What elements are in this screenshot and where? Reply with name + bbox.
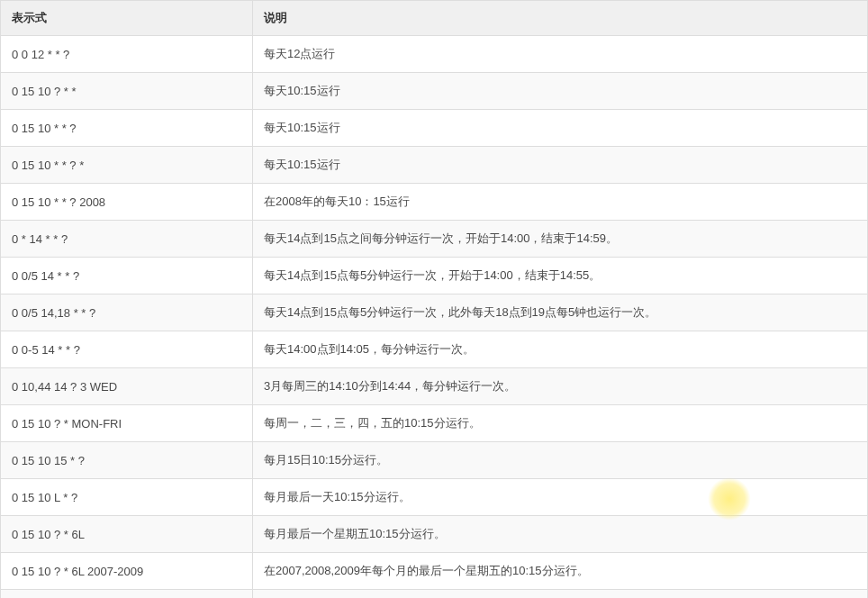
cell-description: 每月最后一天10:15分运行。 [253, 479, 868, 516]
cell-expression: 0 15 10 ? * * [1, 73, 253, 110]
cell-description: 每天14:00点到14:05，每分钟运行一次。 [253, 331, 868, 368]
table-row: 0 10,44 14 ? 3 WED3月每周三的14:10分到14:44，每分钟… [1, 368, 868, 405]
table-row: 0 15 10 15 * ?每月15日10:15分运行。 [1, 442, 868, 479]
cell-description: 在2007,2008,2009年每个月的最后一个星期五的10:15分运行。 [253, 553, 868, 590]
table-row: 0 15 10 ? * MON-FRI每周一，二，三，四，五的10:15分运行。 [1, 405, 868, 442]
table-row: 0 15 10 * * ? 2008在2008年的每天10：15运行 [1, 184, 868, 221]
cell-expression: 0 0-5 14 * * ? [1, 331, 253, 368]
table-row: 0 15 10 ? * 6L 2007-2009在2007,2008,2009年… [1, 553, 868, 590]
table-row: 0 15 10 ? * 6#3每月第三个星期五的10:15分运行。 [1, 590, 868, 599]
cell-expression: 0 * 14 * * ? [1, 221, 253, 258]
cell-expression: 0 10,44 14 ? 3 WED [1, 368, 253, 405]
table-row: 0 15 10 ? * *每天10:15运行 [1, 73, 868, 110]
cell-description: 每天10:15运行 [253, 73, 868, 110]
cell-description: 每月15日10:15分运行。 [253, 442, 868, 479]
cell-expression: 0 15 10 15 * ? [1, 442, 253, 479]
cell-description: 每周一，二，三，四，五的10:15分运行。 [253, 405, 868, 442]
table-row: 0 0 12 * * ?每天12点运行 [1, 36, 868, 73]
table-row: 0 0-5 14 * * ?每天14:00点到14:05，每分钟运行一次。 [1, 331, 868, 368]
table-row: 0 * 14 * * ?每天14点到15点之间每分钟运行一次，开始于14:00，… [1, 221, 868, 258]
cell-expression: 0 15 10 * * ? * [1, 147, 253, 184]
cell-expression: 0 15 10 * * ? 2008 [1, 184, 253, 221]
header-description: 说明 [253, 1, 868, 36]
table-row: 0 15 10 ? * 6L每月最后一个星期五10:15分运行。 [1, 516, 868, 553]
cell-expression: 0 15 10 L * ? [1, 479, 253, 516]
cron-expression-table: 表示式 说明 0 0 12 * * ?每天12点运行0 15 10 ? * *每… [0, 0, 868, 598]
table-row: 0 15 10 L * ?每月最后一天10:15分运行。 [1, 479, 868, 516]
cell-expression: 0 15 10 ? * 6L 2007-2009 [1, 553, 253, 590]
cell-expression: 0 0 12 * * ? [1, 36, 253, 73]
table-row: 0 15 10 * * ?每天10:15运行 [1, 110, 868, 147]
cell-expression: 0 0/5 14 * * ? [1, 258, 253, 294]
cell-expression: 0 15 10 ? * 6L [1, 516, 253, 553]
cell-description: 在2008年的每天10：15运行 [253, 184, 868, 221]
cell-description: 每月最后一个星期五10:15分运行。 [253, 516, 868, 553]
cell-description: 每天10:15运行 [253, 110, 868, 147]
cell-description: 每天10:15运行 [253, 147, 868, 184]
cell-description: 每月第三个星期五的10:15分运行。 [253, 590, 868, 599]
cell-expression: 0 15 10 * * ? [1, 110, 253, 147]
cell-expression: 0 15 10 ? * 6#3 [1, 590, 253, 599]
header-expression: 表示式 [1, 1, 253, 36]
cell-description: 每天12点运行 [253, 36, 868, 73]
cell-description: 每天14点到15点每5分钟运行一次，此外每天18点到19点每5钟也运行一次。 [253, 294, 868, 331]
table-header-row: 表示式 说明 [1, 1, 868, 36]
cell-expression: 0 0/5 14,18 * * ? [1, 294, 253, 331]
cell-description: 3月每周三的14:10分到14:44，每分钟运行一次。 [253, 368, 868, 405]
table-row: 0 15 10 * * ? *每天10:15运行 [1, 147, 868, 184]
table-row: 0 0/5 14 * * ?每天14点到15点每5分钟运行一次，开始于14:00… [1, 258, 868, 294]
table-row: 0 0/5 14,18 * * ?每天14点到15点每5分钟运行一次，此外每天1… [1, 294, 868, 331]
cell-expression: 0 15 10 ? * MON-FRI [1, 405, 253, 442]
cell-description: 每天14点到15点每5分钟运行一次，开始于14:00，结束于14:55。 [253, 258, 868, 294]
cell-description: 每天14点到15点之间每分钟运行一次，开始于14:00，结束于14:59。 [253, 221, 868, 258]
